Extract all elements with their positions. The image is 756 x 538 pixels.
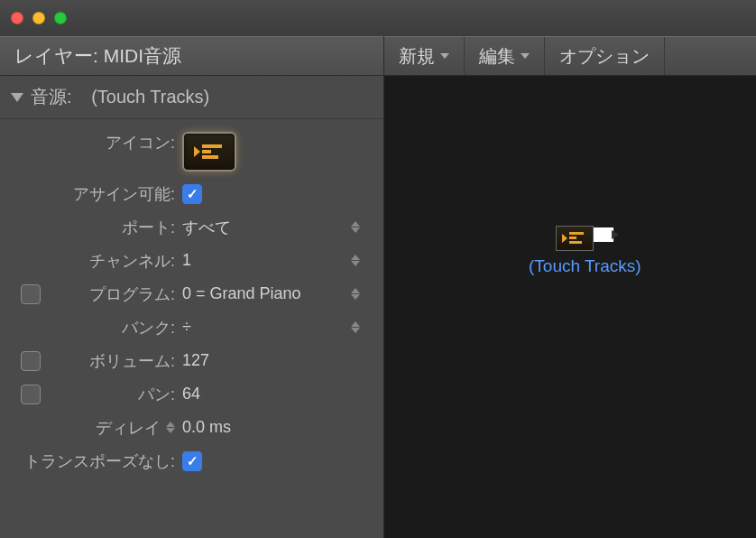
chevron-down-icon[interactable] [166, 428, 175, 433]
chevron-up-icon[interactable] [351, 221, 360, 227]
options-menu-button[interactable]: オプション [545, 37, 665, 75]
pan-enable-checkbox[interactable] [21, 385, 41, 404]
inspector-sidebar: レイヤー: MIDI音源 音源: (Touch Tracks) アイコン: [0, 36, 384, 538]
zoom-window-button[interactable] [54, 12, 67, 24]
program-select[interactable]: 0 = Grand Piano [182, 284, 367, 303]
new-label: 新規 [399, 44, 435, 69]
volume-label: ボリューム: [45, 350, 182, 372]
window-titlebar [0, 0, 756, 36]
program-label: プログラム: [45, 283, 182, 305]
svg-rect-5 [569, 232, 584, 235]
port-label: ポート: [45, 217, 182, 238]
chevron-down-icon [440, 53, 449, 59]
object-icon [556, 226, 594, 251]
bank-select[interactable]: ÷ [182, 318, 367, 337]
svg-rect-6 [569, 237, 576, 239]
layer-header[interactable]: レイヤー: MIDI音源 [0, 36, 383, 76]
edit-menu-button[interactable]: 編集 [465, 37, 545, 75]
icon-label: アイコン: [45, 132, 182, 153]
new-menu-button[interactable]: 新規 [384, 37, 465, 75]
port-value: すべて [182, 217, 231, 238]
chevron-down-icon[interactable] [351, 261, 360, 266]
svg-marker-4 [562, 234, 567, 243]
properties-panel: アイコン: [0, 119, 383, 487]
svg-marker-0 [194, 146, 200, 157]
section-value: (Touch Tracks) [91, 87, 209, 107]
svg-rect-1 [202, 144, 222, 148]
section-header[interactable]: 音源: (Touch Tracks) [0, 76, 383, 119]
program-property-row: プログラム: 0 = Grand Piano [16, 277, 367, 311]
program-value: 0 = Grand Piano [182, 284, 301, 303]
channel-value: 1 [182, 251, 191, 270]
pan-value: 64 [182, 385, 200, 404]
bank-property-row: バンク: ÷ [16, 311, 367, 344]
object-label[interactable]: (Touch Tracks) [529, 256, 641, 276]
icon-property-row: アイコン: [16, 128, 367, 177]
svg-rect-3 [202, 155, 218, 159]
chevron-up-icon[interactable] [351, 288, 360, 293]
assignable-checkbox[interactable] [182, 184, 202, 204]
instrument-icon-picker[interactable] [182, 132, 236, 172]
assignable-label: アサイン可能: [45, 183, 182, 205]
svg-rect-7 [569, 241, 582, 244]
chevron-up-icon[interactable] [166, 422, 175, 427]
section-label: 音源: [31, 85, 72, 109]
pan-stepper[interactable]: 64 [182, 385, 367, 404]
volume-property-row: ボリューム: 127 [16, 344, 367, 377]
close-window-button[interactable] [11, 12, 23, 24]
transpose-label: トランスポーズなし: [0, 450, 182, 472]
layer-label: レイヤー: [14, 43, 98, 69]
volume-enable-checkbox[interactable] [21, 351, 41, 371]
port-property-row: ポート: すべて [16, 210, 367, 244]
bank-label: バンク: [45, 317, 182, 339]
delay-value-field[interactable]: 0.0 ms [182, 418, 367, 437]
pan-label: パン: [45, 384, 182, 405]
pan-property-row: パン: 64 [16, 377, 367, 411]
delay-property-row: ディレイ 0.0 ms [16, 411, 367, 444]
assignable-property-row: アサイン可能: [16, 177, 367, 210]
channel-label: チャンネル: [45, 250, 182, 272]
main-area: 新規 編集 オプション [384, 36, 756, 538]
channel-property-row: チャンネル: 1 [16, 244, 367, 277]
toolbar: 新規 編集 オプション [384, 36, 756, 76]
transpose-property-row: トランスポーズなし: [0, 444, 367, 478]
edit-label: 編集 [479, 44, 515, 69]
disclosure-triangle-icon[interactable] [11, 93, 23, 102]
layer-value: MIDI音源 [104, 43, 181, 69]
touch-tracks-object[interactable]: (Touch Tracks) [529, 226, 641, 276]
touch-tracks-icon [191, 140, 227, 163]
environment-canvas[interactable]: (Touch Tracks) [384, 76, 756, 538]
volume-stepper[interactable]: 127 [182, 351, 367, 370]
chevron-down-icon[interactable] [351, 328, 360, 333]
chevron-down-icon[interactable] [351, 294, 360, 300]
program-enable-checkbox[interactable] [21, 284, 41, 304]
no-transpose-checkbox[interactable] [182, 451, 202, 471]
object-output-port[interactable] [594, 227, 613, 242]
chevron-up-icon[interactable] [351, 255, 360, 260]
chevron-up-icon[interactable] [351, 321, 360, 327]
channel-stepper[interactable]: 1 [182, 251, 367, 270]
delay-label: ディレイ [96, 417, 161, 439]
bank-value: ÷ [182, 318, 191, 337]
svg-rect-2 [202, 150, 211, 153]
chevron-down-icon [521, 53, 530, 59]
delay-value: 0.0 ms [182, 418, 231, 437]
chevron-down-icon[interactable] [351, 227, 360, 233]
touch-tracks-icon [560, 229, 589, 247]
volume-value: 127 [182, 351, 209, 370]
minimize-window-button[interactable] [32, 12, 45, 24]
port-select[interactable]: すべて [182, 217, 367, 238]
options-label: オプション [559, 44, 650, 69]
